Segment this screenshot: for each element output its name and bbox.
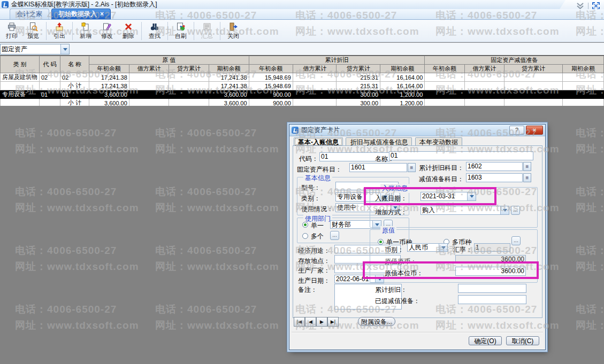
fa-account-lookup-icon[interactable]: ≡ [408,163,416,172]
imp-account-input[interactable]: 1603 [466,173,523,182]
column-header[interactable]: 期初余额 [380,65,425,73]
print-button[interactable]: 打印 [1,20,22,42]
column-header[interactable]: 期初余额 [209,65,249,73]
expand-icon[interactable] [592,2,600,10]
column-header[interactable]: 贷方累计 [337,65,380,73]
original-base-value-input[interactable]: 3600.00 [455,267,526,276]
column-header[interactable]: 年初余额 [89,65,129,73]
table-row[interactable]: 房屋及建筑物020217,241.3817,241.3815,948.69215… [1,73,604,82]
table-cell [464,73,504,82]
impairment-provision-input[interactable] [458,295,526,304]
add-mode-browse-button[interactable]: ... [511,206,520,215]
dep-account-lookup-icon[interactable]: ≡ [523,162,531,171]
add-mode-select[interactable]: 购入 [420,206,509,215]
column-header[interactable]: 期初余额 [562,65,603,73]
multi-dept-browse-button[interactable]: ... [330,231,339,240]
toolbar-separator [194,22,194,40]
table-cell [425,73,464,82]
imp-account-lookup-icon[interactable]: ≡ [523,173,531,182]
modify-button[interactable]: 修改 [96,20,118,42]
column-header[interactable]: 名 称 [60,56,89,73]
delete-button[interactable]: 删除 [118,20,139,42]
next-record-button[interactable]: ▶ [316,317,327,327]
chevron-down-icon[interactable] [60,44,69,54]
currency-browse-button[interactable]: ... [511,236,521,245]
remark-label: 备注： [298,285,317,295]
single-dept-radio[interactable] [302,222,308,228]
chevron-down-icon[interactable] [500,206,509,214]
last-record-button[interactable]: ▶| [327,317,339,327]
currency-label: 币别： [385,245,404,254]
watermark-text: 电话：4006-6500-27网址：www.tdxsoft.com [576,243,604,275]
single-dept-label: 单一 [311,221,324,230]
column-header[interactable]: 年初余额 [249,65,293,73]
table-cell [40,82,60,90]
summary-icon [202,22,212,32]
multi-dept-radio[interactable] [302,233,308,239]
column-header[interactable]: 代 码 [40,56,60,73]
impairment-provision-label: 已提减值准备： [375,297,420,306]
table-cell [40,99,60,106]
table-cell: 02 [40,73,60,82]
export-button[interactable]: 引出 [49,20,70,42]
dialog-close-button[interactable]: × [526,126,543,135]
column-header[interactable]: 贷方累计 [169,65,209,73]
tab-accounting-home[interactable]: 会计之家 [10,9,49,19]
cancel-button[interactable]: 取消(C) [506,336,539,345]
accumulated-depreciation-input[interactable] [458,284,526,293]
fixed-assets-table[interactable]: 类 别代 码名 称原 值累计折旧固定资产减值准备年初余额借方累计贷方累计期初余额… [0,55,604,106]
table-cell: 3,600.00 [89,99,129,106]
column-header[interactable]: 借方累计 [129,65,169,73]
column-header[interactable]: 贷方累计 [504,65,563,73]
watermark-text: 电话：4006-6500-27网址：www.tdxsoft.com [576,184,604,216]
dialog-help-button[interactable]: ? [509,126,524,135]
toolbar-separator [72,22,73,40]
toolbar-separator [141,22,142,40]
table-cell: 16,164.00 [380,82,425,90]
watermark-text: 电话：4006-6500-27网址：www.tdxsoft.com [15,301,139,334]
column-header[interactable]: 年初余额 [425,65,464,73]
column-header[interactable]: 借方累计 [293,65,337,73]
watermark-text: 电话：4006-6500-27网址：www.tdxsoft.com [155,125,279,157]
filter-value: 固定资产 [1,45,60,54]
chevron-down-icon[interactable] [439,244,447,251]
single-currency-radio[interactable] [378,239,384,245]
close-button[interactable]: 关闭 [223,20,244,42]
fixed-assets-grid[interactable]: 类 别代 码名 称原 值累计折旧固定资产减值准备年初余额借方累计贷方累计期初余额… [0,56,604,106]
table-cell: 3,600.00 [209,90,249,99]
column-header[interactable]: 借方累计 [464,65,504,73]
table-cell: 1,200.00 [380,90,425,99]
tab-initial-data-entry[interactable]: 初始数据录入× [51,9,111,19]
toolbar-separator [167,22,168,40]
entry-date-select[interactable]: 2021-03-31 [420,192,476,201]
table-row[interactable]: 小 计17,241.3817,241.3815,948.69215.3116,1… [1,82,604,90]
attachment-button[interactable]: 附属设备... [358,317,395,326]
table-cell [562,90,603,99]
fa-account-input[interactable]: 1601 [349,163,407,172]
table-cell: 16,164.00 [380,73,425,82]
previous-record-button[interactable]: ◀ [305,317,316,327]
table-row[interactable]: 专用设备01013,600.003,600.00900.00300.001,20… [1,90,604,99]
table-cell [425,82,464,90]
filter-select[interactable]: 固定资产 [0,44,70,55]
exit-door-icon [228,22,238,32]
currency-select[interactable]: 人民币 [407,243,448,252]
ok-button[interactable]: 确定(O) [469,336,502,345]
multi-dept-label: 多个 [311,232,324,241]
table-row[interactable]: 小 计3,600.003,600.00900.00300.001,200.00 [1,99,604,106]
first-record-button[interactable]: |◀ [294,317,305,327]
preview-button[interactable]: 预览 [22,20,44,42]
collapse-chevron-icon[interactable] [576,3,584,9]
refresh-icon [176,22,186,32]
main-toolbar: 打印 预览 引出 新增 修改 删除 查找 自刷 汇总 [0,20,604,42]
find-button[interactable]: 查找 [144,20,165,42]
chevron-down-icon[interactable] [467,192,476,200]
table-cell [425,90,464,99]
add-button[interactable]: 新增 [75,20,96,42]
tab-close-icon[interactable]: × [100,10,104,18]
column-header[interactable]: 类 别 [1,56,40,73]
name-input[interactable]: 01 [389,151,533,160]
dep-account-input[interactable]: 1602 [466,162,523,171]
refresh-button[interactable]: 自刷 [170,20,192,42]
table-cell [293,82,337,90]
